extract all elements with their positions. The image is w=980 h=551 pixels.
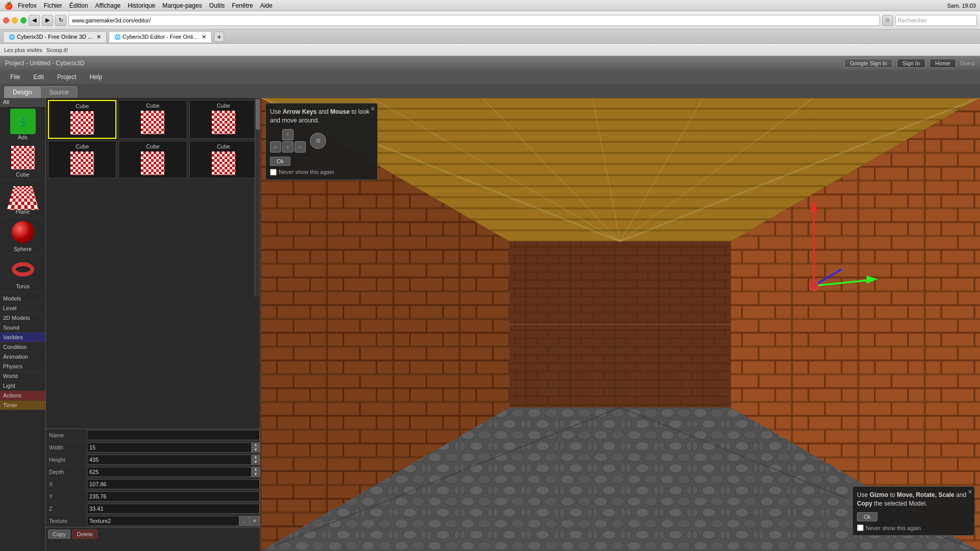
menu-file[interactable]: File bbox=[4, 72, 26, 82]
cube-thumb-4 bbox=[69, 151, 95, 176]
menu-project[interactable]: Project bbox=[51, 72, 82, 82]
tab-editor[interactable]: 🌐 Cyberix3D Editor - Free Onli... ✕ bbox=[109, 31, 212, 42]
z-input[interactable] bbox=[87, 504, 260, 514]
mac-menu-affichage[interactable]: Affichage bbox=[95, 2, 120, 9]
mac-menu-outils[interactable]: Outils bbox=[209, 2, 225, 9]
bookmark-btn[interactable]: ☆ bbox=[882, 15, 893, 26]
depth-stepper[interactable]: ▲ ▼ bbox=[252, 467, 260, 477]
menu-edit[interactable]: Edit bbox=[27, 72, 50, 82]
depth-up[interactable]: ▲ bbox=[252, 467, 260, 472]
arrow-ok-btn[interactable]: Ok bbox=[270, 157, 290, 166]
height-input[interactable] bbox=[87, 455, 252, 465]
props-models[interactable]: Models bbox=[0, 294, 45, 304]
y-input[interactable] bbox=[87, 491, 260, 502]
cube-thumb-3 bbox=[211, 110, 236, 135]
mac-menu-fenetre[interactable]: Fenêtre bbox=[232, 2, 253, 9]
left-item-cube[interactable]: Cube bbox=[0, 143, 45, 180]
new-tab-btn[interactable]: + bbox=[214, 32, 224, 42]
tab-close-1[interactable]: ✕ bbox=[96, 34, 101, 40]
mac-menu-edition[interactable]: Édition bbox=[69, 2, 88, 9]
depth-down[interactable]: ▼ bbox=[252, 472, 260, 477]
objects-scrollbar[interactable] bbox=[255, 98, 260, 297]
mac-menu-firefox[interactable]: Firefox bbox=[18, 2, 37, 9]
all-label: All bbox=[0, 98, 45, 107]
search-placeholder: Rechercher bbox=[898, 17, 927, 23]
gizmo-ok-btn[interactable]: Ok bbox=[857, 512, 877, 521]
object-card-label-1: Cube bbox=[76, 103, 89, 109]
width-down[interactable]: ▼ bbox=[252, 447, 260, 453]
torus-preview bbox=[10, 257, 36, 282]
mac-menu-marquepages[interactable]: Marque-pages bbox=[162, 2, 202, 9]
props-light[interactable]: Light bbox=[0, 381, 45, 391]
props-physics[interactable]: Physics bbox=[0, 362, 45, 371]
left-item-sphere[interactable]: Sphere bbox=[0, 217, 45, 255]
props-condition[interactable]: Condition bbox=[0, 342, 45, 352]
props-level[interactable]: Level bbox=[0, 304, 45, 313]
close-window-btn[interactable] bbox=[3, 17, 9, 23]
forward-btn[interactable]: ▶ bbox=[42, 15, 53, 26]
props-timer[interactable]: Timer bbox=[0, 400, 45, 410]
tab-design[interactable]: Design bbox=[4, 86, 40, 98]
props-world[interactable]: World bbox=[0, 371, 45, 381]
signin-btn[interactable]: Sign In bbox=[897, 59, 925, 68]
window-controls[interactable] bbox=[3, 17, 27, 23]
maximize-window-btn[interactable] bbox=[20, 17, 27, 23]
props-variables[interactable]: Varibles bbox=[0, 333, 45, 342]
props-actions[interactable]: Actions bbox=[0, 391, 45, 400]
object-card-4[interactable]: Cube bbox=[48, 141, 116, 179]
bookmark-visited[interactable]: Les plus visités bbox=[4, 47, 42, 53]
mac-menubar: 🍎 Firefox Fichier Édition Affichage Hist… bbox=[0, 0, 980, 11]
left-item-ads[interactable]: 💲 Ads bbox=[0, 107, 45, 143]
prop-y-row: Y bbox=[46, 490, 260, 503]
texture-input[interactable] bbox=[87, 516, 239, 526]
address-bar[interactable] bbox=[68, 15, 880, 26]
object-card-1[interactable]: Cube bbox=[48, 100, 116, 139]
width-stepper[interactable]: ▲ ▼ bbox=[252, 442, 260, 453]
arrow-dialog-close-btn[interactable]: ✕ bbox=[371, 106, 375, 112]
minimize-window-btn[interactable] bbox=[12, 17, 18, 23]
texture-browse-btn[interactable]: ... bbox=[239, 516, 250, 526]
props-animation[interactable]: Animation bbox=[0, 352, 45, 362]
tab-source[interactable]: Source bbox=[40, 86, 77, 98]
height-up[interactable]: ▲ bbox=[252, 455, 260, 460]
width-input[interactable] bbox=[87, 442, 252, 453]
object-card-5[interactable]: Cube bbox=[118, 141, 187, 179]
height-stepper[interactable]: ▲ ▼ bbox=[252, 455, 260, 465]
center-column: Cube Cube Cube bbox=[46, 98, 260, 551]
google-signin-btn[interactable]: Google Sign In bbox=[844, 59, 893, 68]
3d-scene[interactable]: ✕ Use Arrow Keys and Mouse to look and m… bbox=[260, 98, 980, 551]
width-up[interactable]: ▲ bbox=[252, 442, 260, 447]
apple-icon[interactable]: 🍎 bbox=[4, 2, 13, 10]
object-card-3[interactable]: Cube bbox=[189, 100, 258, 139]
viewport: ✕ Use Arrow Keys and Mouse to look and m… bbox=[260, 98, 980, 551]
tab-close-2[interactable]: ✕ bbox=[202, 34, 206, 40]
height-down[interactable]: ▼ bbox=[252, 460, 260, 465]
mac-menu-aide[interactable]: Aide bbox=[260, 2, 273, 9]
tab-cyberix[interactable]: 🌐 Cyberix3D - Free Online 3D ... ✕ bbox=[3, 31, 107, 42]
arrow-never-checkbox[interactable] bbox=[270, 169, 277, 176]
left-item-torus[interactable]: Torus bbox=[0, 255, 45, 292]
gizmo-never-show[interactable]: Never show this again bbox=[857, 524, 970, 531]
depth-input[interactable] bbox=[87, 467, 252, 477]
refresh-btn[interactable]: ↻ bbox=[55, 15, 66, 26]
gizmo-never-checkbox[interactable] bbox=[857, 524, 864, 531]
name-input[interactable] bbox=[87, 430, 260, 440]
gizmo-dialog-close-btn[interactable]: ✕ bbox=[968, 489, 972, 495]
props-sound[interactable]: Sound bbox=[0, 323, 45, 333]
x-input[interactable] bbox=[87, 479, 260, 489]
object-card-2[interactable]: Cube bbox=[118, 100, 187, 139]
bookmark-scoopit[interactable]: Scoop.it! bbox=[46, 47, 68, 53]
search-bar[interactable]: Rechercher bbox=[895, 15, 977, 26]
arrow-never-show[interactable]: Never show this again bbox=[270, 169, 373, 176]
texture-clear-btn[interactable]: ✕ bbox=[250, 516, 260, 526]
home-btn[interactable]: Home bbox=[929, 59, 955, 68]
copy-btn[interactable]: Copy bbox=[48, 530, 70, 539]
delete-btn[interactable]: Delete bbox=[72, 530, 98, 539]
props-2dmodels[interactable]: 2D Models bbox=[0, 313, 45, 323]
menu-help[interactable]: Help bbox=[83, 72, 108, 82]
object-card-6[interactable]: Cube bbox=[189, 141, 258, 179]
left-item-plane[interactable]: Plane bbox=[0, 180, 45, 217]
mac-menu-historique[interactable]: Historique bbox=[128, 2, 155, 9]
back-btn[interactable]: ◀ bbox=[29, 15, 40, 26]
mac-menu-fichier[interactable]: Fichier bbox=[44, 2, 62, 9]
